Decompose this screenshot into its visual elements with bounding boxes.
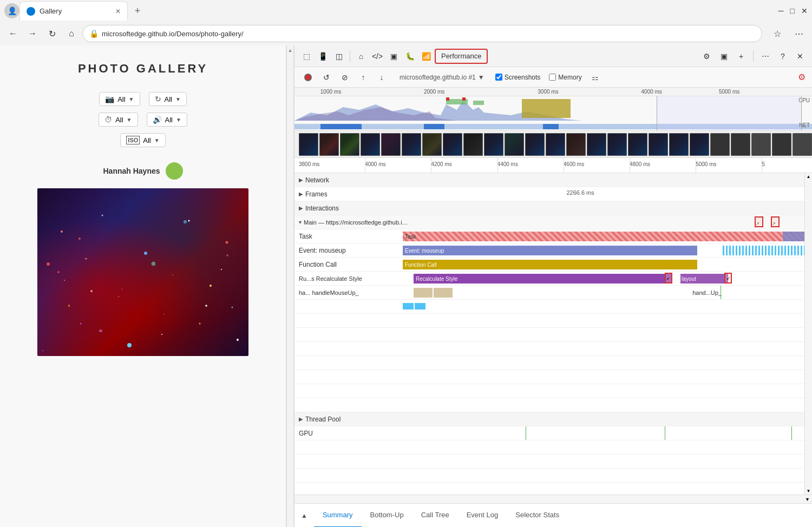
rotate-filter-arrow: ▼ xyxy=(175,96,181,102)
gpu-line-1 xyxy=(526,426,526,440)
code-button[interactable]: </> xyxy=(370,49,385,64)
add-panel-button[interactable]: + xyxy=(734,49,749,64)
clear-button[interactable]: ⊘ xyxy=(338,70,352,84)
interactions-row[interactable]: ▶ Interactions xyxy=(294,201,812,215)
address-bar[interactable]: 🔒 microsoftedge.github.io/Demos/photo-ga… xyxy=(82,25,762,42)
refresh-button[interactable]: ↻ xyxy=(43,25,61,42)
recording-target-dropdown[interactable]: microsoftedge.github.io #1 ▼ xyxy=(400,74,484,81)
performance-settings-button[interactable]: ⚙ xyxy=(798,72,806,82)
speaker-filter[interactable]: 🔊 All ▼ xyxy=(147,113,187,127)
tab-event-log[interactable]: Event Log xyxy=(458,504,507,528)
tab-bottom-up[interactable]: Bottom-Up xyxy=(362,504,412,528)
rotate-filter[interactable]: ↻ All ▼ xyxy=(149,92,187,106)
screenshot-24 xyxy=(793,133,812,156)
reload-record-button[interactable]: ↺ xyxy=(319,70,333,84)
svg-point-10 xyxy=(127,343,132,347)
bottom-scroll-down[interactable]: ▼ xyxy=(805,497,810,502)
scroll-down-indicator[interactable]: ▼ xyxy=(806,488,812,495)
interactions-expand[interactable]: ▶ xyxy=(299,205,303,211)
svg-point-1 xyxy=(102,215,103,216)
more-settings-button[interactable]: ⚏ xyxy=(588,70,603,84)
timer-filter[interactable]: ⏱ All ▼ xyxy=(99,113,137,127)
back-button[interactable]: ← xyxy=(4,25,22,42)
selection-overlay[interactable] xyxy=(657,96,802,130)
tab-performance[interactable]: Performance xyxy=(435,49,488,64)
help-button[interactable]: ? xyxy=(775,49,790,64)
minimize-button[interactable]: ─ xyxy=(778,6,784,15)
more-tools-button[interactable]: ⋯ xyxy=(758,49,773,64)
function-call-row[interactable]: Function Call Function Call xyxy=(294,258,812,272)
download-button[interactable]: ↓ xyxy=(375,70,389,84)
screenshots-toggle[interactable]: Screenshots xyxy=(495,74,541,81)
svg-point-16 xyxy=(232,307,233,308)
new-tab-button[interactable]: + xyxy=(130,3,145,18)
memory-checkbox[interactable] xyxy=(549,74,556,81)
bottom-tabs-bar: ▲ Summary Bottom-Up Call Tree Event Log … xyxy=(294,503,812,527)
empty-row-2 xyxy=(294,328,812,342)
event-mouseup-row[interactable]: Event: mouseup Event: mouseup xyxy=(294,243,812,258)
scroll-up-arrow[interactable]: ▲ xyxy=(288,48,293,53)
main-thread-header[interactable]: ▾ Main — https://microsoftedge.github.io… xyxy=(294,215,812,229)
close-button[interactable]: ✕ xyxy=(801,6,808,15)
task-content: Task xyxy=(403,229,812,243)
gpu-row[interactable]: GPU xyxy=(294,426,812,440)
thread-pool-content xyxy=(403,412,812,426)
tab-selector-stats[interactable]: Selector Stats xyxy=(507,504,568,528)
layers-button[interactable]: ▣ xyxy=(716,49,731,64)
camera-icon: 📷 xyxy=(105,95,114,103)
frames-expand[interactable]: ▶ xyxy=(299,191,303,197)
inspect-element-button[interactable]: ⬚ xyxy=(299,49,314,64)
tab-close-button[interactable]: ✕ xyxy=(115,8,121,15)
empty-row-1 xyxy=(294,314,812,328)
ruler-tick-6 xyxy=(696,158,696,173)
camera-filter[interactable]: 📷 All ▼ xyxy=(99,92,140,106)
wifi-button[interactable]: 📶 xyxy=(418,49,434,64)
timeline-overview[interactable]: 1000 ms 2000 ms 3000 ms 4000 ms 5000 ms xyxy=(294,88,812,131)
layout-bar-label: layout xyxy=(682,276,696,282)
profile-icon[interactable]: 👤 xyxy=(4,3,19,18)
svg-point-4 xyxy=(118,296,119,297)
screenshot-6 xyxy=(422,133,442,156)
recalculate-row[interactable]: Ru...s Recalculate Style Recalculate Sty… xyxy=(294,272,812,286)
layout-bar: layout xyxy=(680,274,728,284)
screenshot-16 xyxy=(628,133,647,156)
settings-button[interactable]: ⚙ xyxy=(699,49,714,64)
thread-pool-row[interactable]: ▶ Thread Pool xyxy=(294,412,812,426)
browser-tab-gallery[interactable]: Gallery ✕ xyxy=(19,1,128,21)
screenshot-2 xyxy=(340,133,359,156)
function-call-content: Function Call xyxy=(403,258,812,271)
screenshots-checkbox[interactable] xyxy=(495,74,502,81)
flame-chart[interactable]: ▲ ▼ ▶ Network ▶ Frames 2266.6 ms xyxy=(294,173,812,495)
bottom-expand-arrow[interactable]: ▲ xyxy=(301,512,307,519)
tab-call-tree[interactable]: Call Tree xyxy=(412,504,458,528)
upload-button[interactable]: ↑ xyxy=(356,70,370,84)
debugger-button[interactable]: 🐛 xyxy=(402,49,417,64)
frames-row[interactable]: ▶ Frames 2266.6 ms xyxy=(294,187,812,201)
main-expand[interactable]: ▾ xyxy=(299,219,302,225)
favorites-button[interactable]: ☆ xyxy=(769,25,786,42)
task-row[interactable]: Task Task xyxy=(294,229,812,243)
memory-toggle[interactable]: Memory xyxy=(549,74,581,81)
thread-pool-expand[interactable]: ▶ xyxy=(299,416,303,422)
timeline-ruler: 3800 ms 4000 ms 4200 ms 4400 ms 4600 ms … xyxy=(294,158,812,173)
browser-menu-button[interactable]: ⋯ xyxy=(790,25,808,42)
record-button[interactable] xyxy=(301,70,315,84)
rotate-icon: ↻ xyxy=(155,95,161,103)
split-view-button[interactable]: ◫ xyxy=(331,49,346,64)
device-emulation-button[interactable]: 📱 xyxy=(315,49,330,64)
home-devtools-button[interactable]: ⌂ xyxy=(353,49,369,64)
home-button[interactable]: ⌂ xyxy=(63,25,80,42)
bottom-scroll-bar: ▼ xyxy=(294,495,812,503)
tab-title: Gallery xyxy=(40,7,111,15)
network-monitor-button[interactable]: ▣ xyxy=(386,49,401,64)
task-bar-label: Task xyxy=(405,234,416,240)
tab-summary[interactable]: Summary xyxy=(314,504,362,528)
network-expand[interactable]: ▶ xyxy=(299,177,303,183)
network-row[interactable]: ▶ Network xyxy=(294,173,812,187)
scroll-up-indicator[interactable]: ▲ xyxy=(806,173,812,180)
close-devtools-button[interactable]: ✕ xyxy=(793,49,808,64)
handle-mouseup-row[interactable]: ha... handleMouseUp_ hand...Up_ xyxy=(294,286,812,300)
maximize-button[interactable]: □ xyxy=(790,6,795,15)
iso-filter[interactable]: ISO All ▼ xyxy=(120,133,165,147)
forward-button[interactable]: → xyxy=(24,25,41,42)
